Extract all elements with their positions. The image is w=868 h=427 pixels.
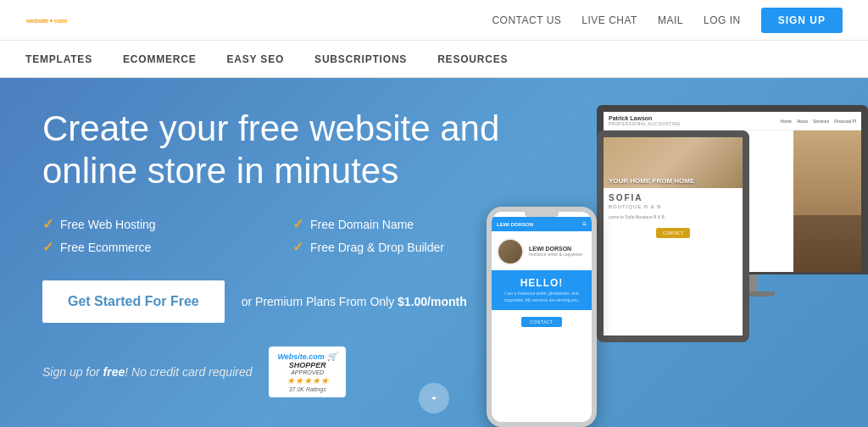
feature-item-3: ✓ Free Ecommerce: [42, 239, 267, 255]
cta-price: $1.00/month: [398, 295, 467, 308]
tablet-img-text: YOUR HOME FROM HOME: [609, 177, 694, 185]
logo-suffix: com: [54, 17, 67, 25]
tablet-screen: YOUR HOME FROM HOME SOFIA BOUTIQUE B & B…: [597, 130, 749, 342]
tablet-contact-btn[interactable]: CONTACT: [656, 228, 690, 238]
check-icon-2: ✓: [292, 216, 303, 232]
top-nav: CONTACT US LIVE CHAT MAIL LOG IN SIGN UP: [492, 8, 843, 33]
monitor-nav-about: About: [797, 119, 808, 124]
check-icon-1: ✓: [42, 216, 53, 232]
tablet-content: YOUR HOME FROM HOME SOFIA BOUTIQUE B & B…: [604, 137, 743, 336]
monitor-nav: Home About Services Financial Pl: [781, 119, 856, 124]
signup-button[interactable]: SIGN UP: [761, 8, 843, 33]
monitor-nav-financial: Financial Pl: [834, 119, 856, 124]
top-bar: website•com CONTACT US LIVE CHAT MAIL LO…: [0, 0, 868, 41]
phone-person-name-body: LEWI DORSON: [529, 246, 582, 252]
feature-item-4: ✓ Free Drag & Drop Builder: [292, 239, 517, 255]
badge-approved: APPROVED: [291, 369, 324, 375]
nav-easy-seo[interactable]: EASY SEO: [227, 53, 285, 65]
logo-dot: •: [50, 16, 53, 25]
scroll-down-button[interactable]: [419, 383, 449, 413]
tablet-title: SOFIA: [604, 188, 743, 204]
chevron-down-icon: [427, 391, 441, 405]
feature-label-1: Free Web Hosting: [60, 218, 156, 231]
nav-login[interactable]: LOG IN: [704, 14, 741, 26]
badge-shopper: SHOPPER: [289, 361, 326, 369]
nav-subscriptions[interactable]: SUBSCRIPTIONS: [314, 53, 407, 65]
signup-note-text: Sign up for free! No credit card require…: [42, 365, 252, 379]
badge-stars: ★★★★★: [287, 375, 329, 386]
tablet-contact-row: CONTACT: [604, 223, 743, 243]
tablet-body: come to Sofia Boutique B & B: [604, 213, 743, 223]
feature-label-4: Free Drag & Drop Builder: [310, 241, 444, 254]
cta-suffix-text: or Premium Plans From Only $1.00/month: [242, 295, 467, 308]
check-icon-4: ✓: [292, 239, 303, 255]
phone-contact-btn[interactable]: CONTACT: [521, 317, 561, 327]
feature-item-2: ✓ Free Domain Name: [292, 216, 517, 232]
badge-title: Website.com: [277, 352, 324, 361]
features-grid: ✓ Free Web Hosting ✓ Free Domain Name ✓ …: [42, 216, 517, 255]
feature-label-3: Free Ecommerce: [60, 241, 151, 254]
badge-ratings: 37.0K Ratings: [289, 386, 326, 392]
logo[interactable]: website•com: [25, 10, 68, 30]
badge-cart-icon: 🛒: [327, 352, 337, 361]
monitor-nav-home: Home: [781, 119, 792, 124]
feature-item-1: ✓ Free Web Hosting: [42, 216, 267, 232]
monitor-image: [793, 130, 861, 272]
tablet-image: YOUR HOME FROM HOME: [604, 137, 743, 188]
nav-ecommerce[interactable]: ECOMMERCE: [123, 53, 197, 65]
nav-mail[interactable]: MAIL: [658, 14, 683, 26]
phone-person-desc: freelance writer & copywriter: [529, 252, 582, 258]
main-nav: TEMPLATES ECOMMERCE EASY SEO SUBSCRIPTIO…: [0, 41, 868, 78]
nav-contact-us[interactable]: CONTACT US: [492, 14, 561, 26]
phone-menu-icon[interactable]: ≡: [582, 220, 587, 228]
check-icon-3: ✓: [42, 239, 53, 255]
shopper-badge: Website.com 🛒 SHOPPER APPROVED ★★★★★ 37.…: [269, 347, 345, 397]
monitor-header: Patrick Lawson PROFESSIONAL ACCOUNTING H…: [604, 112, 861, 130]
monitor-img-overlay: [793, 215, 861, 272]
hero-headline: Create your free website and online stor…: [42, 108, 517, 193]
cta-row: Get Started For Free or Premium Plans Fr…: [42, 280, 517, 323]
nav-templates[interactable]: TEMPLATES: [25, 53, 92, 65]
nav-live-chat[interactable]: LIVE CHAT: [581, 14, 637, 26]
monitor-site-subtitle: PROFESSIONAL ACCOUNTING: [609, 121, 681, 126]
monitor-site-name: Patrick Lawson: [609, 115, 681, 121]
get-started-button[interactable]: Get Started For Free: [42, 280, 225, 323]
nav-resources[interactable]: RESOURCES: [437, 53, 508, 65]
hero-content: Create your free website and online stor…: [42, 108, 517, 398]
tablet-device: YOUR HOME FROM HOME SOFIA BOUTIQUE B & B…: [597, 130, 749, 342]
logo-text: website: [26, 17, 48, 25]
tablet-subtitle: BOUTIQUE B & B: [604, 204, 743, 213]
hero-section: Create your free website and online stor…: [0, 78, 868, 427]
feature-label-2: Free Domain Name: [310, 218, 414, 231]
monitor-nav-services: Services: [813, 119, 829, 124]
